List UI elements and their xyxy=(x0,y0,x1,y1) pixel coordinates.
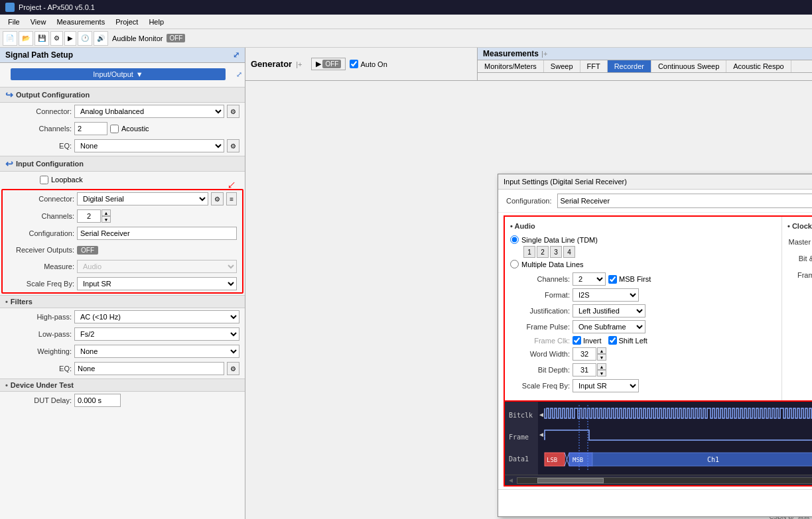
audible-monitor-label: Audible Monitor xyxy=(112,34,163,42)
receiver-outputs-toggle[interactable]: OFF xyxy=(77,246,98,255)
audio-scale-freq-select[interactable]: Input SR xyxy=(573,379,639,392)
bit-depth-up[interactable]: ▲ xyxy=(597,363,606,370)
justification-select[interactable]: Left Justified xyxy=(573,304,645,317)
input-channels-row: Channels: ▲ ▼ xyxy=(3,207,242,225)
menu-file[interactable]: File xyxy=(3,17,25,27)
highpass-select[interactable]: AC (<10 Hz) xyxy=(74,310,239,323)
tab-continuous-sweep[interactable]: Continuous Sweep xyxy=(651,60,726,72)
audio-channels-select[interactable]: 2 xyxy=(573,272,606,286)
frame-clk-row: Frame Clk: Invert Shift Left xyxy=(510,336,776,345)
weighting-select[interactable]: None xyxy=(74,345,239,358)
bit-depth-spinner-btns: ▲ ▼ xyxy=(597,363,606,376)
input-connector-more-btn[interactable]: ≡ xyxy=(226,192,237,205)
channels-row: Channels: Acoustic xyxy=(0,120,245,137)
content-area: Input Settings (Digital Serial Receiver)… xyxy=(245,81,812,519)
tab-fft[interactable]: FFT xyxy=(580,60,608,72)
eq-settings-btn[interactable]: ⚙ xyxy=(227,139,239,152)
title-bar: Project - APx500 v5.0.1 xyxy=(0,0,812,15)
tab-sweep[interactable]: Sweep xyxy=(544,60,580,72)
filter-eq-settings-btn[interactable]: ⚙ xyxy=(227,362,239,375)
input-channels-input[interactable] xyxy=(77,209,101,223)
invert-checkbox[interactable] xyxy=(573,336,581,345)
config-value-input[interactable] xyxy=(557,194,813,208)
tdm-btn-3[interactable]: 3 xyxy=(550,246,562,258)
auto-on-checkbox[interactable] xyxy=(350,60,358,68)
channels-input[interactable] xyxy=(74,122,107,135)
msb-first-checkbox[interactable] xyxy=(608,275,617,284)
single-data-radio[interactable] xyxy=(510,235,519,244)
weighting-row: Weighting: None xyxy=(0,343,245,360)
tab-acoustic-respo[interactable]: Acoustic Respo xyxy=(726,60,791,72)
receiver-outputs-label: Receiver Outputs: xyxy=(8,246,74,254)
scrollbar-thumb[interactable] xyxy=(537,478,604,483)
play-button[interactable]: ▶ OFF xyxy=(311,58,346,70)
frame-clk-label: Frame Clk: xyxy=(510,337,570,345)
settings-btn[interactable]: ⚙ xyxy=(50,31,63,46)
connector-settings-btn[interactable]: ⚙ xyxy=(227,105,239,118)
audio-section: • Audio Single Data Line (TDM) 1 2 xyxy=(505,217,782,400)
scale-freq-select[interactable]: Input SR xyxy=(77,277,237,290)
menu-view[interactable]: View xyxy=(25,17,52,27)
input-connector-row: Connector: Digital Serial ⚙ ≡ xyxy=(3,190,242,207)
frame-pulse-select[interactable]: One Subframe xyxy=(573,320,645,333)
main-area: Signal Path Setup ⤢ Input/Output ▼ ⤢ ↪ O… xyxy=(0,48,812,519)
new-btn[interactable]: 📄 xyxy=(3,31,17,46)
shift-left-text: Shift Left xyxy=(619,337,647,345)
connector-row: Connector: Analog Unbalanced ⚙ xyxy=(0,103,245,120)
filter-eq-row: EQ: ⚙ xyxy=(0,360,245,377)
open-btn[interactable]: 📂 xyxy=(19,31,33,46)
tdm-btn-1[interactable]: 1 xyxy=(523,246,535,258)
menu-project[interactable]: Project xyxy=(110,17,143,27)
title-text: Project - APx500 v5.0.1 xyxy=(19,3,95,11)
run-btn[interactable]: ▶ xyxy=(64,31,76,46)
connector-select[interactable]: Analog Unbalanced xyxy=(74,105,224,118)
input-config-input[interactable] xyxy=(77,227,237,240)
measure-row: Measure: Audio xyxy=(3,258,242,275)
auto-on-text: Auto On xyxy=(360,60,387,68)
audio-btn[interactable]: 🔊 xyxy=(94,31,108,46)
input-connector-settings-btn[interactable]: ⚙ xyxy=(211,192,224,205)
bit-depth-down[interactable]: ▼ xyxy=(597,370,606,376)
bit-depth-input[interactable] xyxy=(573,363,596,376)
eq-select[interactable]: None xyxy=(74,139,224,152)
word-width-down[interactable]: ▼ xyxy=(597,354,606,361)
loopback-checkbox[interactable] xyxy=(40,176,48,184)
menu-measurements[interactable]: Measurements xyxy=(51,17,110,27)
config-row: Configuration: Open... Save... xyxy=(498,190,812,213)
weighting-label: Weighting: xyxy=(5,347,72,355)
scrollbar-track[interactable] xyxy=(517,477,812,484)
lowpass-select[interactable]: Fs/2 xyxy=(74,327,239,341)
spinner-up[interactable]: ▲ xyxy=(102,209,111,216)
external-link-icon[interactable]: ⤢ xyxy=(236,70,242,79)
format-select[interactable]: I2S xyxy=(573,288,639,302)
shift-left-checkbox[interactable] xyxy=(608,336,617,345)
tab-recorder[interactable]: Recorder xyxy=(608,60,651,72)
acoustic-checkbox[interactable] xyxy=(110,125,119,133)
master-clk-label: Master Clk Source: xyxy=(787,238,812,246)
svg-text:◄: ◄ xyxy=(538,411,545,418)
expand-icon[interactable]: ⤢ xyxy=(233,50,239,60)
spinner-down[interactable]: ▼ xyxy=(102,216,111,223)
loopback-row: Loopback xyxy=(0,172,245,188)
audio-scale-freq-row: Scale Freq By: Input SR xyxy=(510,379,776,392)
word-width-label: Word Width: xyxy=(510,350,570,358)
save-btn[interactable]: 💾 xyxy=(34,31,49,46)
measure-select[interactable]: Audio xyxy=(77,260,237,273)
word-width-input[interactable] xyxy=(573,347,596,361)
word-width-up[interactable]: ▲ xyxy=(597,347,606,354)
input-config-header: ↩ Input Configuration xyxy=(0,156,245,172)
audio-scale-freq-label: Scale Freq By: xyxy=(510,382,570,390)
dut-delay-input[interactable] xyxy=(74,394,121,407)
multiple-data-radio[interactable] xyxy=(510,260,519,268)
tdm-btn-4[interactable]: 4 xyxy=(563,246,575,258)
input-channels-label: Channels: xyxy=(8,212,74,220)
tdm-btn-2[interactable]: 2 xyxy=(537,246,549,258)
measurements-area: Measurements |+ Monitors/Meters Sweep FF… xyxy=(478,48,812,80)
menu-help[interactable]: Help xyxy=(143,17,169,27)
input-output-dropdown[interactable]: Input/Output ▼ xyxy=(11,68,226,80)
input-connector-select[interactable]: Digital Serial xyxy=(77,192,208,205)
clock-btn[interactable]: 🕐 xyxy=(78,31,92,46)
filter-eq-input[interactable] xyxy=(74,362,224,375)
data-line-radio-group: Single Data Line (TDM) 1 2 3 4 xyxy=(510,235,776,268)
tab-monitors-meters[interactable]: Monitors/Meters xyxy=(478,60,544,72)
